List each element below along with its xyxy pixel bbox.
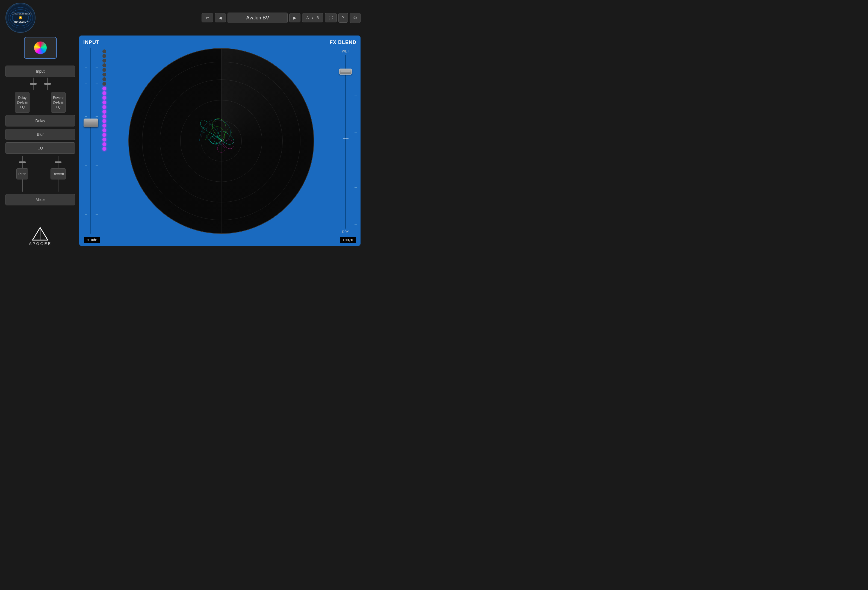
input-right-slider[interactable] xyxy=(47,78,48,90)
apogee-text: APOGEE xyxy=(29,242,52,246)
input-db-display[interactable]: 0.0dB xyxy=(84,237,100,243)
help-icon: ? xyxy=(342,15,344,20)
vu-dot-6 xyxy=(102,73,106,77)
visualizer-button[interactable] xyxy=(24,37,57,59)
delay-reverb-row: DelayDe-EssEQ ReverbDe-EssEQ xyxy=(6,92,75,113)
reverb-top-thumb xyxy=(55,161,62,163)
scale-tick-r xyxy=(96,51,98,51)
next-icon: ▶ xyxy=(293,16,296,20)
vu-dot-13 xyxy=(102,105,106,109)
scale-tick xyxy=(85,84,87,84)
svg-point-11 xyxy=(221,140,222,141)
vu-dot-20 xyxy=(102,138,106,142)
input-left-slider[interactable] xyxy=(33,78,34,90)
apogee-logo: APOGEE xyxy=(29,227,52,246)
fx-scale-tick xyxy=(354,114,357,114)
app-logo: Clearmountain's DOMAIN™ xyxy=(6,3,35,33)
logo-svg: Clearmountain's DOMAIN™ xyxy=(7,4,34,31)
vu-dot-1 xyxy=(102,49,106,53)
delay-button[interactable]: Delay xyxy=(6,115,75,127)
apogee-logo-svg xyxy=(32,227,48,240)
fx-scale-tick xyxy=(354,132,357,133)
vu-dot-14 xyxy=(102,110,106,114)
delay-de-ess-eq-button[interactable]: DelayDe-EssEQ xyxy=(15,92,30,113)
settings-icon: ⚙ xyxy=(353,16,357,20)
pitch-top-slider[interactable] xyxy=(22,156,23,168)
vu-dot-3 xyxy=(102,59,106,63)
delay-section: Delay xyxy=(6,115,75,127)
fx-scale-tick xyxy=(354,59,357,59)
vu-dot-4 xyxy=(102,63,106,67)
fx-value-display[interactable]: 100/0 xyxy=(340,237,356,243)
scale-tick-r xyxy=(96,181,98,182)
vu-dot-8 xyxy=(102,82,106,86)
reverb-top-slider[interactable] xyxy=(58,156,58,168)
shuffle-button[interactable]: ⇌ xyxy=(202,13,213,22)
vu-dot-11 xyxy=(102,96,106,100)
fx-scale-tick xyxy=(354,187,357,188)
dry-label: DRY xyxy=(342,230,349,234)
input-section: Input xyxy=(6,66,75,90)
vu-dot-22 xyxy=(102,147,106,151)
reverb-bottom-slider[interactable] xyxy=(58,180,58,192)
fx-scale-tick xyxy=(354,169,357,170)
header: Clearmountain's DOMAIN™ ⇌ ◀ Avalon BV ▶ … xyxy=(0,0,366,35)
radar-display xyxy=(128,48,314,234)
scale-tick-r xyxy=(96,67,98,68)
reverb-de-ess-eq-button[interactable]: ReverbDe-EssEQ xyxy=(51,92,66,113)
fader-grip xyxy=(86,122,96,123)
vu-dot-5 xyxy=(102,68,106,72)
fx-mid-marker xyxy=(343,138,348,139)
eq-button[interactable]: EQ xyxy=(6,142,75,154)
ab-group: A ▶ B xyxy=(302,13,323,22)
pitch-bottom-slider[interactable] xyxy=(22,180,23,192)
mixer-button[interactable]: Mixer xyxy=(6,194,75,205)
help-button[interactable]: ? xyxy=(338,13,348,23)
scale-tick-r xyxy=(96,214,98,215)
fx-scale-tick xyxy=(354,96,357,96)
fader-grip xyxy=(86,122,96,122)
radar-container xyxy=(111,48,332,234)
ab-a-button[interactable]: A xyxy=(304,15,310,21)
vu-dot-10 xyxy=(102,91,106,95)
prev-preset-button[interactable]: ◀ xyxy=(215,13,226,22)
scale-tick xyxy=(85,198,87,198)
fx-fader-wrapper xyxy=(339,55,352,229)
vu-dot-18 xyxy=(102,128,106,132)
vu-dot-12 xyxy=(102,100,106,104)
fx-grip xyxy=(341,71,350,72)
header-controls: ⇌ ◀ Avalon BV ▶ A ▶ B ⛶ ? ⚙ xyxy=(202,13,360,23)
wet-label: WET xyxy=(342,49,349,53)
expand-button[interactable]: ⛶ xyxy=(325,13,337,22)
vu-dot-15 xyxy=(102,114,106,118)
fx-fader-thumb[interactable] xyxy=(339,69,352,75)
fx-scale-tick xyxy=(354,151,357,151)
next-preset-button[interactable]: ▶ xyxy=(289,13,300,22)
svg-text:DOMAIN™: DOMAIN™ xyxy=(14,21,30,24)
main-fader-track[interactable] xyxy=(90,48,91,234)
ab-play-button[interactable]: ▶ xyxy=(311,16,314,19)
input-button[interactable]: Input xyxy=(6,66,75,77)
ab-b-button[interactable]: B xyxy=(315,15,321,21)
svg-text:Clearmountain's: Clearmountain's xyxy=(12,12,32,15)
input-title: INPUT xyxy=(83,40,99,45)
expand-icon: ⛶ xyxy=(329,16,333,20)
nav-section: Input DelayDe-EssEQ ReverbDe-EssEQ xyxy=(6,66,75,205)
svg-point-6 xyxy=(20,17,21,18)
panel-content: WET xyxy=(83,48,356,234)
fx-blend-area: WET xyxy=(335,48,356,234)
scale-tick-r xyxy=(96,84,98,84)
main-area: Input DelayDe-EssEQ ReverbDe-EssEQ xyxy=(0,35,366,249)
input-right-thumb xyxy=(44,83,51,85)
fx-fader-track[interactable] xyxy=(345,55,346,229)
scale-tick xyxy=(85,51,87,51)
reverb-button[interactable]: Reverb xyxy=(50,168,66,180)
settings-button[interactable]: ⚙ xyxy=(350,13,360,23)
blur-button[interactable]: Blur xyxy=(6,129,75,140)
sidebar: Input DelayDe-EssEQ ReverbDe-EssEQ xyxy=(6,35,75,246)
pitch-reverb-row: Pitch Reverb xyxy=(6,156,75,192)
vu-dot-21 xyxy=(102,142,106,146)
pitch-button[interactable]: Pitch xyxy=(16,168,28,180)
input-left-thumb xyxy=(30,83,37,85)
pitch-top-thumb xyxy=(19,161,26,163)
